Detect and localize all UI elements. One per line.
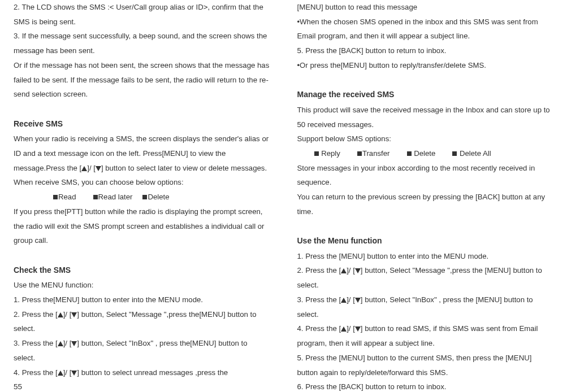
- down-arrow-icon: [355, 268, 361, 273]
- blank-line: [297, 219, 554, 230]
- page-right-content: [MENU] button to read this message •When…: [297, 0, 554, 392]
- down-arrow-icon: [71, 312, 77, 317]
- blank-line: [14, 102, 270, 113]
- paragraph: Store messages in your inbox according t…: [297, 161, 554, 190]
- blank-line: [297, 73, 554, 84]
- text: ]/ [: [347, 295, 355, 304]
- paragraph: This product will save the received mess…: [297, 103, 554, 132]
- page-number-left: 55: [14, 380, 270, 392]
- text: 4. Press the [: [14, 368, 58, 377]
- square-bullet-icon: [93, 195, 98, 199]
- option-read-later: Read later: [98, 193, 133, 201]
- square-bullet-icon: [314, 151, 319, 156]
- page-left: 2. The LCD shows the SMS :< User/Call gr…: [0, 0, 284, 392]
- paragraph: •When the chosen SMS opened in the inbox…: [297, 15, 554, 43]
- up-arrow-icon: [341, 298, 347, 303]
- text: 3. Press the [: [297, 295, 341, 304]
- up-arrow-icon: [341, 268, 347, 273]
- text: 2. Press the [: [14, 310, 58, 319]
- paragraph: 3. If the message sent successfully, a b…: [14, 29, 270, 58]
- page-left-content: 2. The LCD shows the SMS :< User/Call gr…: [14, 0, 270, 380]
- text: ]/ [: [347, 266, 355, 275]
- paragraph: 3. Press the []/ [] button, Select "InBo…: [14, 336, 270, 365]
- text: ]/ [: [63, 339, 72, 347]
- blank-line: [14, 248, 270, 259]
- text: ]/ [: [347, 324, 355, 333]
- paragraph: 2. Press the []/ [] button, Select "Mess…: [14, 307, 270, 336]
- text: ]/ [: [63, 310, 72, 319]
- up-arrow-icon: [81, 166, 87, 171]
- paragraph: Support below SMS options:: [297, 132, 554, 146]
- up-arrow-icon: [58, 371, 63, 376]
- square-bullet-icon: [452, 151, 457, 156]
- paragraph: 5. Press the [BACK] button to return to …: [297, 43, 554, 58]
- paragraph: 5. Press the [MENU] button to the curren…: [297, 351, 554, 380]
- option-transfer: Transfer: [362, 149, 390, 158]
- option-delete-all: Delete All: [460, 149, 491, 158]
- heading-check-sms: Check the SMS: [14, 263, 270, 278]
- options-row: ReadRead laterDelete: [53, 190, 270, 204]
- up-arrow-icon: [58, 341, 63, 346]
- option-delete: Delete: [414, 149, 435, 158]
- page-right: [MENU] button to read this message •When…: [284, 0, 568, 392]
- paragraph: You can return to the previous screen by…: [297, 190, 554, 219]
- down-arrow-icon: [96, 166, 101, 171]
- text: 3. Press the [: [14, 339, 58, 347]
- paragraph: 6. Press the [BACK] button to return to …: [297, 380, 554, 392]
- heading-receive-sms: Receive SMS: [14, 116, 270, 132]
- paragraph: 4. Press the []/ [] button to read SMS, …: [297, 321, 554, 350]
- paragraph: 2. The LCD shows the SMS :< User/Call gr…: [14, 0, 270, 29]
- paragraph: •Or press the[MENU] button to reply/tran…: [297, 58, 554, 73]
- paragraph: Use the MENU function:: [14, 278, 270, 293]
- down-arrow-icon: [355, 298, 361, 303]
- text: 4. Press the [: [297, 324, 341, 333]
- paragraph: If you press the[PTT] button while the r…: [14, 204, 270, 248]
- heading-manage-received: Manage the received SMS: [297, 87, 554, 102]
- square-bullet-icon: [53, 195, 58, 199]
- paragraph: When your radio is receiving a SMS, the …: [14, 132, 270, 175]
- square-bullet-icon: [357, 151, 362, 156]
- down-arrow-icon: [355, 326, 361, 332]
- down-arrow-icon: [71, 371, 77, 376]
- text: ]/ [: [87, 164, 96, 172]
- text: ] button to select unread messages ,pres…: [77, 368, 228, 377]
- up-arrow-icon: [58, 312, 63, 317]
- up-arrow-icon: [341, 326, 347, 332]
- paragraph: 3. Press the []/ [] button, Select "InBo…: [297, 293, 554, 321]
- square-bullet-icon: [142, 195, 147, 199]
- option-reply: Reply: [321, 149, 340, 158]
- paragraph: Or if the message has not been sent, the…: [14, 58, 270, 102]
- text: ] button to select later to view or dele…: [101, 164, 267, 172]
- text: ]/ [: [63, 368, 72, 377]
- paragraph: 4. Press the []/ [] button to select unr…: [14, 365, 270, 380]
- paragraph: [MENU] button to read this message: [297, 0, 554, 15]
- square-bullet-icon: [407, 151, 412, 156]
- down-arrow-icon: [71, 341, 77, 346]
- text: 2. Press the [: [297, 266, 341, 275]
- paragraph: 1. Press the [MENU] button to enter into…: [297, 249, 554, 264]
- paragraph: When receive SMS, you can choose below o…: [14, 175, 270, 190]
- option-delete: Delete: [148, 193, 169, 201]
- option-read: Read: [58, 193, 76, 201]
- paragraph: 1. Press the[MENU] button to enter into …: [14, 293, 270, 307]
- paragraph: 2. Press the []/ [] button, Select "Mess…: [297, 263, 554, 292]
- options-row: ReplyTransfer Delete Delete All: [314, 146, 554, 161]
- heading-use-menu: Use the Menu function: [297, 233, 554, 249]
